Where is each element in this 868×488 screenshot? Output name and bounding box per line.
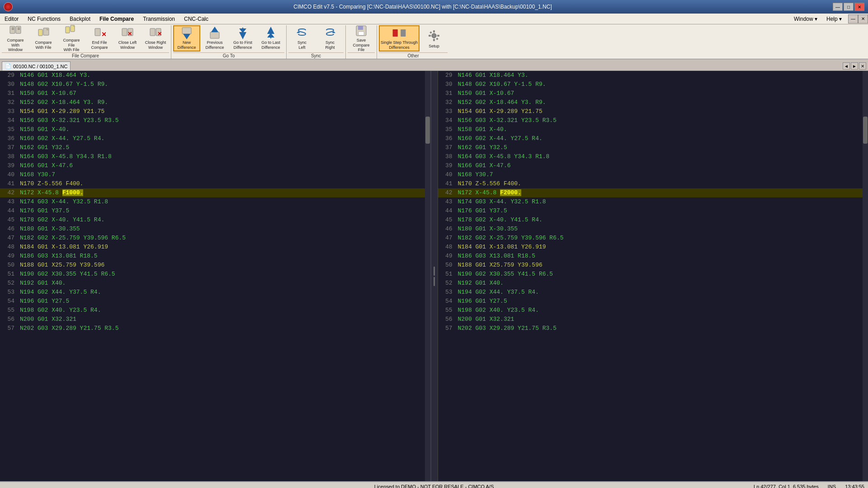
- right-pane[interactable]: 29N146 G01 X18.464 Y3.30N148 G02 X10.67 …: [438, 71, 868, 481]
- close-button[interactable]: ✕: [854, 3, 864, 11]
- code-line[interactable]: 57N202 G03 X29.289 Y21.75 R3.5: [0, 324, 430, 333]
- code-line[interactable]: 35N158 G01 X-40.: [0, 125, 430, 134]
- right-scroll-thumb[interactable]: [863, 117, 868, 144]
- code-line[interactable]: 57N202 G03 X29.289 Y21.75 R3.5: [438, 324, 868, 333]
- close-left-window-button[interactable]: ✕ Close LeftWindow: [114, 25, 141, 52]
- code-line[interactable]: 30N148 G02 X10.67 Y-1.5 R9.: [438, 80, 868, 89]
- code-line[interactable]: 44N176 G01 Y37.5: [0, 206, 430, 216]
- code-line[interactable]: 47N182 G02 X-25.759 Y39.596 R6.5: [0, 234, 430, 243]
- code-line[interactable]: 53N194 G02 X44. Y37.5 R4.: [0, 288, 430, 297]
- code-line[interactable]: 54N196 G01 Y27.5: [438, 297, 868, 306]
- code-line[interactable]: 34N156 G03 X-32.321 Y23.5 R3.5: [438, 116, 868, 125]
- code-line[interactable]: 38N164 G03 X-45.8 Y34.3 R1.8: [438, 152, 868, 161]
- compare-window-button[interactable]: Compare WithWindow: [2, 25, 29, 52]
- code-line[interactable]: 49N186 G03 X13.081 R18.5: [0, 252, 430, 261]
- code-line[interactable]: 50N188 G01 X25.759 Y39.596: [0, 261, 430, 270]
- code-line[interactable]: 35N158 G01 X-40.: [438, 125, 868, 134]
- pane-divider[interactable]: [431, 71, 438, 481]
- code-line[interactable]: 38N164 G03 X-45.8 Y34.3 R1.8: [0, 152, 430, 161]
- previous-difference-icon: [208, 27, 222, 39]
- menu-transmission[interactable]: Transmission: [138, 14, 179, 24]
- code-line[interactable]: 30N148 G02 X10.67 Y-1.5 R9.: [0, 80, 430, 89]
- code-line[interactable]: 45N178 G02 X-40. Y41.5 R4.: [0, 216, 430, 225]
- code-line[interactable]: 52N192 G01 X40.: [438, 279, 868, 288]
- go-last-difference-button[interactable]: Go to LastDifference: [257, 25, 284, 52]
- new-difference-button[interactable]: NewDifference: [173, 25, 200, 52]
- setup-button[interactable]: Setup: [420, 25, 448, 52]
- code-line[interactable]: 36N160 G02 X-44. Y27.5 R4.: [0, 134, 430, 143]
- menu-backplot[interactable]: Backplot: [65, 14, 95, 24]
- compare-window-icon: [8, 24, 23, 37]
- single-step-button[interactable]: Single Step ThroughDifferences: [379, 25, 420, 52]
- right-scrollbar[interactable]: [863, 71, 868, 481]
- code-line[interactable]: 49N186 G03 X13.081 R18.5: [438, 252, 868, 261]
- close-right-window-button[interactable]: ✕ Close RightWindow: [142, 25, 169, 52]
- tab-prev-button[interactable]: ◄: [843, 62, 850, 70]
- code-line[interactable]: 51N190 G02 X30.355 Y41.5 R6.5: [0, 270, 430, 279]
- sync-left-button[interactable]: SyncLeft: [288, 25, 316, 52]
- maximize-button[interactable]: □: [844, 3, 854, 11]
- menu-file-compare[interactable]: File Compare: [95, 14, 138, 24]
- code-line[interactable]: 40N168 Y30.7: [438, 170, 868, 179]
- code-line[interactable]: 54N196 G01 Y27.5: [0, 297, 430, 306]
- code-line[interactable]: 43N174 G03 X-44. Y32.5 R1.8: [0, 197, 430, 206]
- code-line[interactable]: 42N172 X-45.8 F2000.: [438, 188, 868, 197]
- code-line[interactable]: 47N182 G02 X-25.759 Y39.596 R6.5: [438, 234, 868, 243]
- code-line[interactable]: 51N190 G02 X30.355 Y41.5 R6.5: [438, 270, 868, 279]
- code-line[interactable]: 55N198 G02 X40. Y23.5 R4.: [438, 306, 868, 315]
- code-line[interactable]: 46N180 G01 X-30.355: [0, 225, 430, 234]
- code-line[interactable]: 29N146 G01 X18.464 Y3.: [0, 71, 430, 80]
- menu-help[interactable]: Help ▾: [822, 14, 846, 24]
- end-file-compare-button[interactable]: ✕ End FileCompare: [86, 25, 113, 52]
- code-line[interactable]: 42N172 X-45.8 F1000.: [0, 188, 430, 197]
- previous-difference-button[interactable]: PreviousDifference: [201, 25, 228, 52]
- save-compare-file-button[interactable]: Save CompareFile: [348, 25, 375, 52]
- code-line[interactable]: 40N168 Y30.7: [0, 170, 430, 179]
- code-line[interactable]: 45N178 G02 X-40. Y41.5 R4.: [438, 216, 868, 225]
- sync-right-button[interactable]: SyncRight: [316, 25, 344, 52]
- code-line[interactable]: 48N184 G01 X-13.081 Y26.919: [438, 243, 868, 252]
- menu-nc-functions[interactable]: NC Functions: [23, 14, 65, 24]
- code-line[interactable]: 29N146 G01 X18.464 Y3.: [438, 71, 868, 80]
- line-content: N186 G03 X13.081 R18.5: [456, 252, 868, 261]
- code-line[interactable]: 44N176 G01 Y37.5: [438, 206, 868, 216]
- code-line[interactable]: 31N150 G01 X-10.67: [0, 89, 430, 98]
- code-line[interactable]: 52N192 G01 X40.: [0, 279, 430, 288]
- compare-file-file-button[interactable]: Compare FileWith File: [58, 25, 85, 52]
- code-line[interactable]: 43N174 G03 X-44. Y32.5 R1.8: [438, 197, 868, 206]
- code-line[interactable]: 50N188 G01 X25.759 Y39.596: [438, 261, 868, 270]
- tab-next-button[interactable]: ►: [851, 62, 858, 70]
- menu-minimize-button[interactable]: —: [848, 14, 858, 23]
- code-line[interactable]: 34N156 G03 X-32.321 Y23.5 R3.5: [0, 116, 430, 125]
- left-scroll-thumb[interactable]: [425, 117, 430, 144]
- go-first-difference-button[interactable]: Go to FirstDifference: [229, 25, 256, 52]
- tab-close-button[interactable]: ✕: [859, 62, 866, 70]
- code-line[interactable]: 37N162 G01 Y32.5: [0, 143, 430, 152]
- code-line[interactable]: 41N170 Z-5.556 F400.: [0, 179, 430, 188]
- code-line[interactable]: 48N184 G01 X-13.081 Y26.919: [0, 243, 430, 252]
- code-line[interactable]: 46N180 G01 X-30.355: [438, 225, 868, 234]
- code-line[interactable]: 39N166 G01 X-47.6: [438, 161, 868, 170]
- code-line[interactable]: 32N152 G02 X-18.464 Y3. R9.: [438, 98, 868, 107]
- code-line[interactable]: 53N194 G02 X44. Y37.5 R4.: [438, 288, 868, 297]
- code-line[interactable]: 56N200 G01 X32.321: [438, 315, 868, 324]
- menu-editor[interactable]: Editor: [0, 14, 23, 24]
- code-line[interactable]: 56N200 G01 X32.321: [0, 315, 430, 324]
- code-line[interactable]: 32N152 G02 X-18.464 Y3. R9.: [0, 98, 430, 107]
- left-scrollbar[interactable]: [425, 71, 430, 481]
- menu-close-button[interactable]: ✕: [858, 14, 868, 23]
- code-line[interactable]: 39N166 G01 X-47.6: [0, 161, 430, 170]
- compare-file-button[interactable]: CompareWith File: [30, 25, 57, 52]
- menu-window[interactable]: Window ▾: [789, 14, 822, 24]
- code-line[interactable]: 36N160 G02 X-44. Y27.5 R4.: [438, 134, 868, 143]
- menu-cnc-calc[interactable]: CNC-Calc: [179, 14, 213, 24]
- code-line[interactable]: 33N154 G01 X-29.289 Y21.75: [438, 107, 868, 116]
- minimize-button[interactable]: —: [833, 3, 843, 11]
- code-line[interactable]: 31N150 G01 X-10.67: [438, 89, 868, 98]
- code-line[interactable]: 37N162 G01 Y32.5: [438, 143, 868, 152]
- file-tab[interactable]: 📄 00100.NC / 00100_1.NC: [2, 61, 71, 70]
- code-line[interactable]: 33N154 G01 X-29.289 Y21.75: [0, 107, 430, 116]
- code-line[interactable]: 55N198 G02 X40. Y23.5 R4.: [0, 306, 430, 315]
- code-line[interactable]: 41N170 Z-5.556 F400.: [438, 179, 868, 188]
- left-pane[interactable]: 29N146 G01 X18.464 Y3.30N148 G02 X10.67 …: [0, 71, 431, 481]
